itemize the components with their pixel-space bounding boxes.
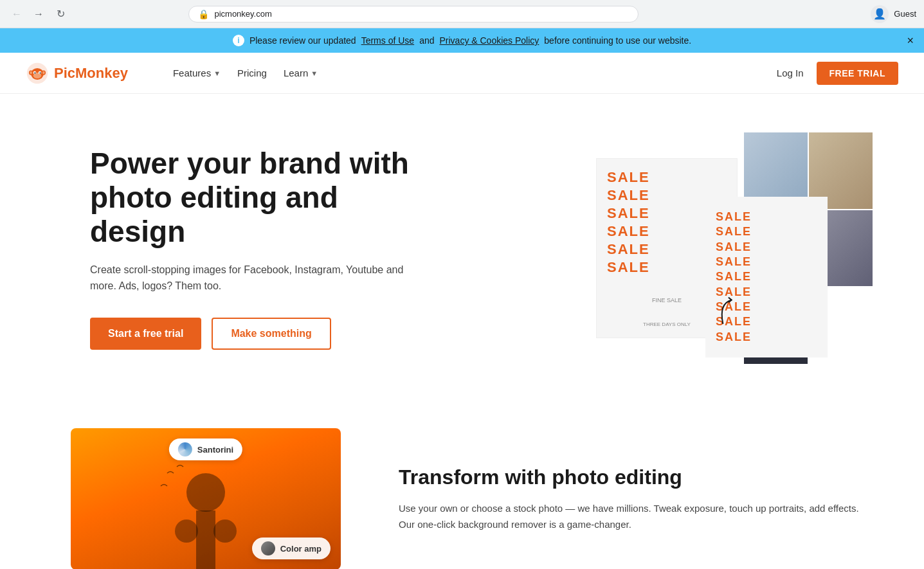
login-button[interactable]: Log In <box>777 68 804 78</box>
address-bar[interactable]: 🔒 picmonkey.com <box>188 6 639 23</box>
make-something-button[interactable]: Make something <box>212 318 331 350</box>
svg-point-6 <box>39 72 41 73</box>
features-label: Features <box>173 68 211 78</box>
svg-point-14 <box>213 519 237 543</box>
browser-nav-buttons: ← → ↻ <box>8 5 69 23</box>
features-nav-link[interactable]: Features ▼ <box>167 64 227 82</box>
info-icon: i <box>233 35 244 46</box>
sale-line-1: SALE <box>607 169 727 186</box>
svg-point-11 <box>186 473 225 512</box>
navbar: PicMonkey Features ▼ Pricing Learn ▼ Log… <box>0 53 924 94</box>
svg-point-13 <box>175 519 198 543</box>
start-trial-button[interactable]: Start a free trial <box>90 318 201 350</box>
hero-left: Power your brand with photo editing and … <box>90 147 424 350</box>
logo-text: PicMonkey <box>54 65 128 82</box>
coloramp-swatch <box>261 541 275 555</box>
santorini-label: Santorini <box>197 445 233 455</box>
section2-right: Transform with photo editing Use your ow… <box>399 428 873 569</box>
svg-point-10 <box>42 71 45 74</box>
svg-point-5 <box>34 72 35 73</box>
section2: Santorini Color amp Transform with photo… <box>0 390 924 569</box>
hero-collage: SALE SALE SALE SALE SALE SALE FINE SALE … <box>596 132 873 364</box>
forward-button[interactable]: → <box>30 5 48 23</box>
santorini-badge: Santorini <box>169 438 242 460</box>
url-text: picmonkey.com <box>214 9 271 19</box>
coloramp-label: Color amp <box>280 544 322 554</box>
santorini-swatch <box>178 442 192 456</box>
hero-right: SALE SALE SALE SALE SALE SALE FINE SALE … <box>424 132 873 364</box>
nav-links: Features ▼ Pricing Learn ▼ <box>167 64 324 82</box>
browser-chrome: ← → ↻ 🔒 picmonkey.com 👤 Guest <box>0 0 924 28</box>
hero-title: Power your brand with photo editing and … <box>90 147 424 249</box>
hero-buttons: Start a free trial Make something <box>90 318 424 350</box>
banner-text-pre: Please review our updated <box>249 35 356 46</box>
hero-subtitle: Create scroll-stopping images for Facebo… <box>90 262 424 294</box>
guest-label: Guest <box>894 9 916 19</box>
terms-link[interactable]: Terms of Use <box>361 35 414 46</box>
banner-and: and <box>419 35 434 46</box>
nav-right: Log In FREE TRIAL <box>777 62 898 85</box>
profile-button[interactable]: 👤 <box>871 5 889 23</box>
back-button[interactable]: ← <box>8 5 26 23</box>
banner-text-post: before continuing to use our website. <box>544 35 691 46</box>
features-chevron-icon: ▼ <box>213 69 221 77</box>
browser-right: 👤 Guest <box>871 5 916 23</box>
learn-nav-link[interactable]: Learn ▼ <box>277 64 324 82</box>
hero-section: Power your brand with photo editing and … <box>0 94 924 390</box>
pricing-nav-link[interactable]: Pricing <box>231 64 273 82</box>
section2-title: Transform with photo editing <box>399 465 873 489</box>
logo-link[interactable]: PicMonkey <box>26 62 128 85</box>
svg-rect-12 <box>196 510 215 569</box>
learn-chevron-icon: ▼ <box>311 69 318 77</box>
coloramp-badge: Color amp <box>252 537 331 559</box>
reload-button[interactable]: ↻ <box>51 5 69 23</box>
section2-body: Use your own or choose a stock photo — w… <box>399 500 873 533</box>
learn-label: Learn <box>284 68 308 78</box>
privacy-link[interactable]: Privacy & Cookies Policy <box>439 35 539 46</box>
free-trial-nav-button[interactable]: FREE TRIAL <box>817 62 898 85</box>
banner-close-button[interactable]: × <box>907 35 914 46</box>
svg-point-8 <box>30 71 32 74</box>
photo-editing-preview: Santorini Color amp <box>64 428 347 569</box>
pricing-label: Pricing <box>237 68 267 78</box>
lock-icon: 🔒 <box>198 9 209 19</box>
logo-monkey-icon <box>26 62 49 85</box>
info-banner: i Please review our updated Terms of Use… <box>0 28 924 53</box>
